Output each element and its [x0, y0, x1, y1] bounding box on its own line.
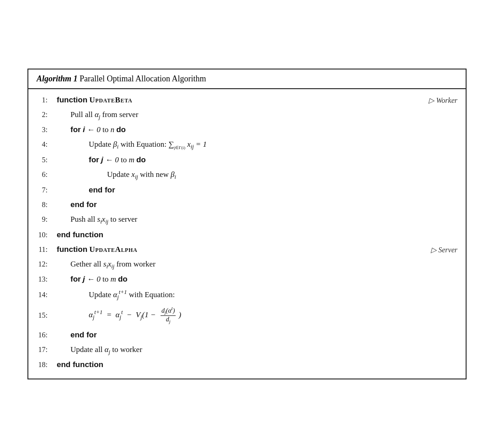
algorithm-box: Algorithm 1 Parallel Optimal Allocation … — [27, 69, 467, 380]
line-5: 5: for j ← 0 to m do — [28, 153, 466, 167]
line-content-8: end for — [52, 199, 466, 211]
line-num-15: 15: — [28, 311, 52, 320]
line-num-18: 18: — [28, 361, 52, 369]
algorithm-title: Parallel Optimal Allocation Algorithm — [80, 74, 206, 83]
line-num-5: 5: — [28, 156, 52, 164]
line-content-12: Gether all sixij from worker — [52, 258, 466, 271]
line-num-14: 14: — [28, 291, 52, 299]
line-content-13: for j ← 0 to m do — [52, 273, 466, 285]
line-content-1: function UpdateBeta — [52, 94, 466, 106]
line-13: 13: for j ← 0 to m do — [28, 272, 466, 287]
line-3: 3: for i ← 0 to n do — [28, 123, 466, 137]
line-num-17: 17: — [28, 346, 52, 354]
line-num-6: 6: — [28, 171, 52, 179]
line-content-17: Update all αj to worker — [52, 344, 466, 357]
line-8: 8: end for — [28, 197, 466, 212]
line-content-10: end function — [52, 229, 466, 241]
line-num-2: 2: — [28, 111, 52, 119]
line-2: 2: Pull all αj from server — [28, 107, 466, 123]
line-num-4: 4: — [28, 140, 52, 149]
line-content-5: for j ← 0 to m do — [52, 154, 466, 166]
line-comment-11: ▷ Server — [431, 245, 466, 254]
line-9: 9: Push all sixij to server — [28, 212, 466, 228]
line-11: 11: function UpdateAlpha ▷ Server — [28, 242, 466, 257]
line-12: 12: Gether all sixij from worker — [28, 257, 466, 272]
line-content-3: for i ← 0 to n do — [52, 124, 466, 136]
line-7: 7: end for — [28, 183, 466, 197]
line-14: 14: Update αjt+1 with Equation: — [28, 287, 466, 303]
line-content-9: Push all sixij to server — [52, 213, 466, 226]
line-18: 18: end function — [28, 357, 466, 372]
line-6: 6: Update xij with new βi — [28, 167, 466, 183]
line-content-4: Update βi with Equation: ∑j∈Γ(i) xij = 1 — [52, 139, 466, 151]
line-content-6: Update xij with new βi — [52, 169, 466, 181]
line-num-13: 13: — [28, 275, 52, 283]
line-num-7: 7: — [28, 186, 52, 194]
line-num-10: 10: — [28, 231, 52, 239]
line-content-2: Pull all αj from server — [52, 109, 466, 122]
line-content-15: αjt+1 = αjt − Vj(1 − dj(αt) dj ) — [52, 306, 466, 325]
line-content-18: end function — [52, 359, 466, 371]
line-content-7: end for — [52, 184, 466, 196]
line-10: 10: end function — [28, 228, 466, 242]
line-17: 17: Update all αj to worker — [28, 342, 466, 358]
line-comment-1: ▷ Worker — [429, 96, 466, 104]
line-num-16: 16: — [28, 331, 52, 339]
line-num-3: 3: — [28, 126, 52, 134]
line-16: 16: end for — [28, 328, 466, 342]
line-num-9: 9: — [28, 215, 52, 224]
line-num-8: 8: — [28, 201, 52, 209]
line-num-12: 12: — [28, 260, 52, 268]
algorithm-body: 1: function UpdateBeta ▷ Worker 2: Pull … — [28, 89, 466, 379]
algorithm-label: Algorithm 1 — [37, 74, 78, 83]
line-num-1: 1: — [28, 96, 52, 104]
line-content-14: Update αjt+1 with Equation: — [52, 288, 466, 301]
line-4: 4: Update βi with Equation: ∑j∈Γ(i) xij … — [28, 137, 466, 153]
line-1: 1: function UpdateBeta ▷ Worker — [28, 93, 466, 107]
algorithm-header: Algorithm 1 Parallel Optimal Allocation … — [28, 69, 466, 89]
line-content-16: end for — [52, 329, 466, 341]
line-15: 15: αjt+1 = αjt − Vj(1 − dj(αt) dj ) — [28, 303, 466, 328]
line-content-11: function UpdateAlpha — [52, 244, 466, 256]
line-num-11: 11: — [28, 245, 52, 254]
